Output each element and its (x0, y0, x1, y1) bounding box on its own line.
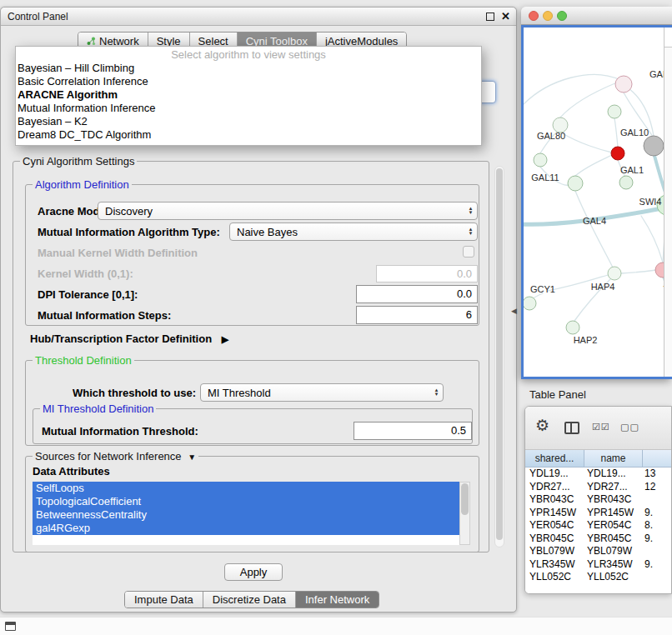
network-edge[interactable] (561, 132, 612, 152)
columns-icon[interactable] (564, 422, 579, 434)
dpi-tolerance-field[interactable]: 0.0 (356, 285, 478, 303)
column-header[interactable]: shared... (525, 450, 584, 468)
network-node[interactable] (644, 136, 664, 156)
table-cell: 12 (643, 481, 671, 494)
algorithm-option-dream8-dc-tdc-algorithm[interactable]: Dream8 DC_TDC Algorithm (16, 128, 481, 142)
network-node[interactable] (568, 176, 583, 191)
sources-group-title[interactable]: Sources for Network Inference ▼ (33, 450, 198, 463)
table-cell: YBR043C (525, 493, 584, 507)
table-panel-title: Table Panel (529, 388, 586, 401)
network-node-label: SWI4 (639, 197, 662, 207)
algorithm-option-bayesian-k2[interactable]: Bayesian – K2 (16, 115, 481, 128)
deselect-all-checkboxes-icon[interactable]: ▢▢ (620, 422, 639, 432)
which-threshold-select[interactable]: MI Threshold ▲▼ (200, 383, 444, 402)
network-canvas-svg: GAL80GAL10GAL11GAL1SWI4GAL4GCY1HAP4HAP2G… (524, 28, 672, 377)
splitter-collapse-icon[interactable]: ◀ (511, 307, 517, 315)
attributes-scrollbar[interactable] (459, 482, 470, 545)
table-row[interactable]: YBL079WYBL079W (525, 545, 671, 558)
table-cell: YDL19... (525, 468, 584, 481)
algorithm-option-aracne-algorithm[interactable]: ARACNE Algorithm (16, 88, 481, 102)
control-panel-titlebar[interactable]: Control Panel ✕ (1, 8, 516, 26)
table-row[interactable]: YDL19...YDL19...13 (525, 468, 671, 481)
network-node[interactable] (608, 105, 621, 118)
minimize-traffic-light-icon[interactable] (543, 11, 553, 21)
triangle-down-icon[interactable]: ▼ (188, 452, 196, 462)
network-node[interactable] (566, 321, 579, 334)
algorithm-option-bayesian-hill-climbing[interactable]: Bayesian – Hill Climbing (16, 62, 481, 75)
network-node[interactable] (615, 76, 632, 92)
gear-icon[interactable]: ⚙ (535, 418, 549, 434)
table-row[interactable]: YBR045CYBR045C9. (525, 532, 671, 546)
table-row[interactable]: YLR345WYLR345W9. (525, 558, 671, 572)
table-row[interactable]: YBR043CYBR043C (525, 493, 671, 507)
scrollbar-button[interactable] (664, 28, 672, 48)
table-row[interactable]: YDR27...YDR27...12 (525, 481, 671, 494)
apply-button[interactable]: Apply (224, 563, 283, 581)
close-icon[interactable]: ✕ (501, 10, 510, 22)
mi-steps-field[interactable]: 6 (356, 306, 478, 324)
data-attribute-item[interactable]: BetweennessCentrality (33, 508, 459, 522)
network-node[interactable] (524, 297, 536, 310)
network-edge[interactable] (621, 270, 656, 273)
network-canvas[interactable]: GAL80GAL10GAL11GAL1SWI4GAL4GCY1HAP4HAP2G… (524, 28, 672, 377)
close-traffic-light-icon[interactable] (529, 11, 539, 21)
settings-scrollbar[interactable] (494, 166, 504, 548)
mi-threshold-field[interactable]: 0.5 (354, 422, 472, 440)
tab-infer-network[interactable]: Infer Network (296, 592, 379, 608)
column-header[interactable]: name (584, 450, 643, 468)
table-row[interactable]: YLL052CYLL052C (525, 571, 671, 584)
aracne-mode-select[interactable]: Discovery ▲▼ (98, 202, 478, 220)
network-edge[interactable] (575, 191, 613, 268)
select-all-checkboxes-icon[interactable]: ☑☑ (592, 422, 610, 432)
table-header: shared...name (525, 450, 671, 468)
data-attribute-item[interactable]: TopologicalCoefficient (33, 495, 459, 508)
panel-icon[interactable] (5, 622, 16, 631)
cyni-settings-title: Cyni Algorithm Settings (20, 155, 137, 168)
kernel-width-field[interactable]: 0.0 (376, 265, 478, 282)
data-attribute-item[interactable]: gal4RGexp (33, 522, 459, 535)
tab-discretize-data[interactable]: Discretize Data (203, 592, 296, 608)
network-vertical-scrollbar[interactable] (664, 28, 672, 377)
network-node[interactable] (608, 267, 621, 280)
network-node[interactable] (611, 147, 624, 160)
network-node-label: GAL4 (583, 216, 606, 226)
mi-type-select[interactable]: Naive Bayes ▲▼ (229, 222, 478, 241)
column-header[interactable] (643, 450, 671, 468)
network-node-label: GCY1 (530, 284, 555, 294)
network-node[interactable] (619, 176, 633, 189)
mi-steps-label: Mutual Information Steps: (38, 309, 171, 322)
hub-definition-section[interactable]: Hub/Transcription Factor Definition ▶ (30, 332, 228, 345)
table-cell: YLL052C (525, 571, 584, 584)
data-attributes-list[interactable]: SelfLoopsTopologicalCoefficientBetweenne… (33, 482, 459, 545)
tab-impute-data[interactable]: Impute Data (125, 592, 203, 608)
scrollbar-thumb[interactable] (461, 483, 469, 515)
scrollbar-thumb[interactable] (496, 168, 503, 540)
network-window-titlebar[interactable] (521, 7, 672, 25)
table-cell: YDR27... (584, 481, 643, 494)
data-attribute-item[interactable]: SelfLoops (33, 482, 459, 495)
table-cell: YDR27... (525, 481, 584, 494)
algorithm-option-mutual-information-inference[interactable]: Mutual Information Inference (16, 102, 481, 115)
table-body: YDL19...YDL19...13YDR27...YDR27...12YBR0… (525, 468, 671, 593)
network-edge[interactable] (575, 155, 612, 176)
manual-kernel-checkbox[interactable] (463, 246, 474, 258)
algorithm-dropdown-popup: Select algorithm to view settings Bayesi… (15, 46, 482, 146)
table-row[interactable]: YPR145WYPR145W9. (525, 507, 671, 520)
table-cell: YLR345W (525, 558, 584, 572)
float-window-icon[interactable] (486, 12, 494, 21)
algorithm-option-basic-correlation-inference[interactable]: Basic Correlation Inference (16, 75, 481, 88)
zoom-traffic-light-icon[interactable] (557, 11, 567, 21)
network-edge[interactable] (641, 216, 663, 262)
network-edge[interactable] (614, 118, 618, 147)
bottom-tabs: Impute DataDiscretize DataInfer Network (124, 591, 379, 608)
table-cell: YLL052C (584, 571, 643, 584)
table-cell (643, 571, 671, 584)
table-row[interactable]: YER054CYER054C8. (525, 519, 671, 532)
chevron-updown-icon: ▲▼ (464, 223, 477, 240)
aracne-mode-value: Discovery (98, 205, 464, 218)
table-cell: 9. (643, 507, 671, 520)
network-edge[interactable] (524, 74, 620, 104)
mi-type-label: Mutual Information Algorithm Type: (38, 226, 220, 239)
triangle-right-icon[interactable]: ▶ (222, 334, 228, 344)
network-node[interactable] (534, 153, 547, 167)
